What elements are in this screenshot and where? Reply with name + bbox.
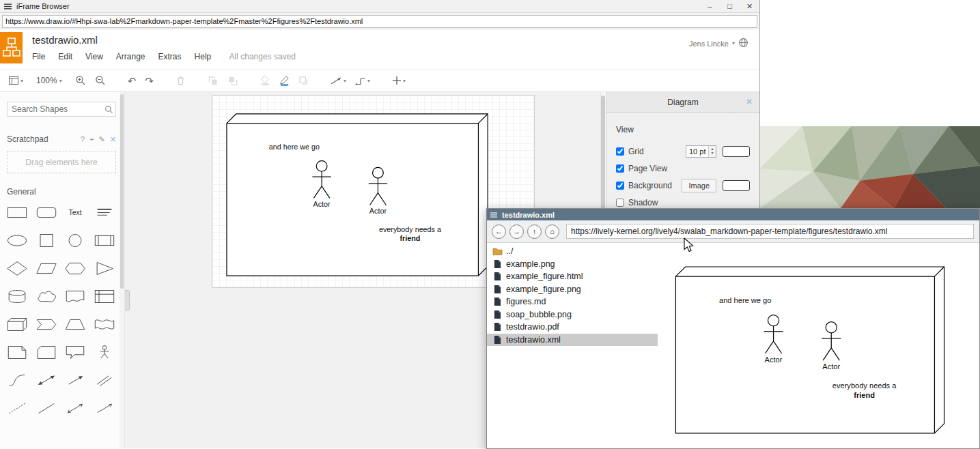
file-browser-window: testdrawio.xml ← → ↑ ⌂ ../example.pngexa… xyxy=(486,208,980,449)
drawio-diagram[interactable]: and here we go Actor Actor everybody nee… xyxy=(225,113,493,280)
scratchpad-close-icon[interactable]: ✕ xyxy=(110,135,116,144)
menu-arrange[interactable]: Arrange xyxy=(116,52,145,61)
language-globe-icon[interactable] xyxy=(738,38,748,49)
shape-cube[interactable] xyxy=(3,315,32,333)
shape-rounded-rectangle[interactable] xyxy=(32,203,61,221)
search-shapes-input[interactable] xyxy=(7,102,116,117)
sidebar-collapse-handle[interactable] xyxy=(125,290,130,310)
up-button[interactable]: ↑ xyxy=(527,224,542,239)
file-item[interactable]: figures.md xyxy=(487,295,658,308)
shape-process[interactable] xyxy=(90,231,120,249)
shape-trapezoid[interactable] xyxy=(61,315,90,333)
shape-card[interactable] xyxy=(32,343,61,361)
scratchpad-add-icon[interactable]: + xyxy=(89,135,94,144)
undo-button[interactable]: ↶ xyxy=(128,76,137,86)
file-item[interactable]: example_figure.html xyxy=(487,270,658,283)
user-menu[interactable]: Jens Lincke xyxy=(689,40,729,48)
window-menu-icon[interactable] xyxy=(490,212,497,218)
home-button[interactable]: ⌂ xyxy=(545,224,559,239)
forward-button[interactable]: → xyxy=(509,224,524,239)
waypoints-dropdown[interactable]: ▾ xyxy=(355,76,370,85)
to-back-button[interactable] xyxy=(227,76,238,86)
shape-bidirectional-arrow[interactable] xyxy=(32,371,61,389)
shape-arrow[interactable] xyxy=(61,371,90,389)
shadow-button[interactable] xyxy=(298,76,309,86)
sidebar-scrollbar[interactable] xyxy=(120,92,124,448)
menu-edit[interactable]: Edit xyxy=(58,52,72,61)
shape-text[interactable]: Text xyxy=(61,203,90,221)
file-name: testdrawio.pdf xyxy=(506,322,559,332)
back-button[interactable]: ← xyxy=(492,224,506,239)
delete-button[interactable] xyxy=(176,76,186,86)
folder-item[interactable]: ../ xyxy=(487,245,658,258)
file-item[interactable]: example_figure.png xyxy=(487,283,658,296)
format-panel-close-icon[interactable]: ✕ xyxy=(746,97,753,106)
shape-step[interactable] xyxy=(32,315,61,333)
grid-color-swatch[interactable] xyxy=(723,146,750,157)
shape-dotted-line[interactable] xyxy=(3,399,32,417)
menu-view[interactable]: View xyxy=(85,52,103,61)
search-icon[interactable] xyxy=(104,104,113,117)
grid-size-input[interactable]: 10 pt ▲▼ xyxy=(686,145,716,158)
background-color-swatch[interactable] xyxy=(723,180,750,191)
shape-tape[interactable] xyxy=(90,315,120,333)
shape-link[interactable] xyxy=(90,371,120,389)
shape-cylinder[interactable] xyxy=(3,287,32,305)
shape-hexagon[interactable] xyxy=(61,259,90,277)
zoom-in-button[interactable] xyxy=(75,75,86,86)
shape-callout[interactable] xyxy=(61,343,90,361)
file-item[interactable]: soap_bubble.png xyxy=(487,308,658,321)
file-item[interactable]: testdrawio.xml xyxy=(487,334,658,347)
page-view-dropdown[interactable]: ▾ xyxy=(8,76,23,85)
fill-color-button[interactable] xyxy=(260,76,270,86)
shape-actor[interactable] xyxy=(90,343,120,361)
zoom-out-button[interactable] xyxy=(95,75,106,86)
menu-extras[interactable]: Extras xyxy=(158,52,182,61)
browser-url-input[interactable] xyxy=(2,15,757,28)
shape-textbox[interactable] xyxy=(90,203,120,221)
close-button[interactable]: ✕ xyxy=(740,0,759,12)
shape-parallelogram[interactable] xyxy=(32,259,61,277)
shadow-checkbox[interactable] xyxy=(616,199,624,207)
shape-triangle[interactable] xyxy=(90,259,120,277)
shape-note[interactable] xyxy=(3,343,32,361)
insert-dropdown[interactable]: ▾ xyxy=(392,76,406,85)
file-browser-url-input[interactable] xyxy=(566,224,974,239)
shape-curve[interactable] xyxy=(3,371,32,389)
shape-bidirectional-connector[interactable] xyxy=(61,399,90,417)
scratchpad-dropzone[interactable]: Drag elements here xyxy=(7,151,116,173)
to-front-button[interactable] xyxy=(208,76,219,86)
grid-checkbox[interactable] xyxy=(616,147,624,156)
background-image-button[interactable]: Image xyxy=(682,179,716,192)
file-browser-titlebar[interactable]: testdrawio.xml xyxy=(487,209,979,220)
shape-directional-connector[interactable] xyxy=(90,399,120,417)
shape-line[interactable] xyxy=(32,399,61,417)
scratchpad-edit-icon[interactable]: ✎ xyxy=(99,135,105,144)
shape-diamond[interactable] xyxy=(3,259,32,277)
file-item[interactable]: example.png xyxy=(487,258,658,271)
redo-button[interactable]: ↷ xyxy=(145,76,154,86)
background-checkbox[interactable] xyxy=(616,182,624,190)
shape-cloud[interactable] xyxy=(32,287,61,305)
maximize-button[interactable]: □ xyxy=(720,0,740,12)
shape-square[interactable] xyxy=(32,231,61,249)
zoom-dropdown[interactable]: 100% ▾ xyxy=(36,76,62,85)
minimize-button[interactable]: – xyxy=(700,0,720,12)
tab-diagram[interactable]: Diagram xyxy=(667,98,698,107)
spinner-icon[interactable]: ▲▼ xyxy=(708,146,716,157)
iframe-browser-titlebar[interactable]: iFrame Browser – □ ✕ xyxy=(0,0,759,13)
scratchpad-help-icon[interactable]: ? xyxy=(81,135,85,144)
shape-internal-storage[interactable] xyxy=(90,287,120,305)
shape-rectangle[interactable] xyxy=(3,203,32,221)
shape-document[interactable] xyxy=(61,287,90,305)
shape-ellipse[interactable] xyxy=(3,231,32,249)
menu-help[interactable]: Help xyxy=(195,52,212,61)
shape-circle[interactable] xyxy=(61,231,90,249)
window-menu-icon[interactable] xyxy=(4,3,12,10)
connection-style-dropdown[interactable]: ▾ xyxy=(331,76,346,85)
line-color-button[interactable] xyxy=(279,75,290,86)
section-general[interactable]: General xyxy=(7,187,116,197)
page-view-checkbox[interactable] xyxy=(616,164,624,173)
menu-file[interactable]: File xyxy=(32,52,45,61)
file-item[interactable]: testdrawio.pdf xyxy=(487,321,658,334)
